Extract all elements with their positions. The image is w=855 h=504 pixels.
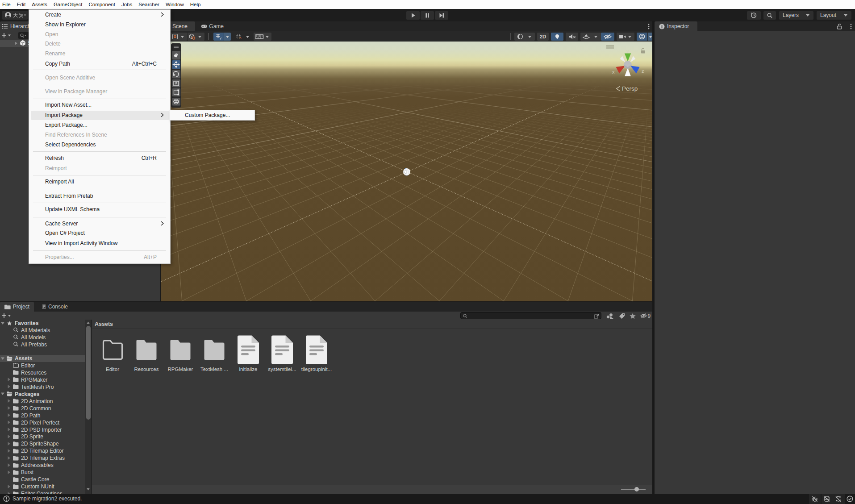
svg-text:Y: Y: [220, 36, 222, 40]
svg-text:x: x: [612, 69, 615, 75]
svg-text:y: y: [626, 48, 629, 54]
svg-text:z: z: [642, 68, 644, 74]
svg-text:5: 5: [239, 36, 242, 40]
svg-text:9: 9: [648, 313, 651, 319]
svg-text:Persp: Persp: [622, 85, 638, 92]
